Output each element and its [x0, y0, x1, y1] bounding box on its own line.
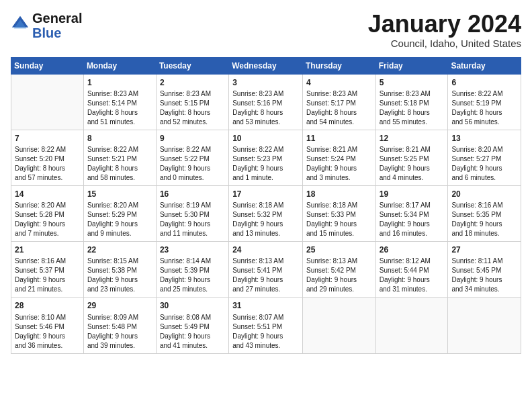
day-number: 24 [232, 244, 299, 255]
day-content: Sunrise: 8:23 AM Sunset: 5:17 PM Dayligh… [306, 89, 372, 127]
calendar-cell [302, 298, 375, 353]
day-number: 15 [87, 189, 152, 199]
logo-icon [11, 15, 30, 34]
col-header-thursday: Thursday [302, 57, 375, 74]
day-number: 19 [380, 189, 445, 199]
calendar-cell [11, 74, 84, 130]
calendar-cell: 9Sunrise: 8:22 AM Sunset: 5:22 PM Daylig… [156, 130, 228, 185]
calendar-cell: 29Sunrise: 8:09 AM Sunset: 5:48 PM Dayli… [83, 298, 156, 353]
day-content: Sunrise: 8:22 AM Sunset: 5:19 PM Dayligh… [451, 89, 517, 127]
calendar-table: SundayMondayTuesdayWednesdayThursdayFrid… [11, 57, 521, 354]
month-title: January 2024 [368, 11, 521, 38]
calendar-cell: 13Sunrise: 8:20 AM Sunset: 5:27 PM Dayli… [448, 130, 521, 185]
calendar-cell: 6Sunrise: 8:22 AM Sunset: 5:19 PM Daylig… [448, 74, 521, 130]
day-number: 6 [451, 77, 517, 88]
calendar-week-1: 1Sunrise: 8:23 AM Sunset: 5:14 PM Daylig… [11, 74, 521, 130]
calendar-cell: 23Sunrise: 8:14 AM Sunset: 5:39 PM Dayli… [156, 242, 228, 298]
day-content: Sunrise: 8:21 AM Sunset: 5:25 PM Dayligh… [380, 145, 445, 183]
logo-text: General Blue [32, 11, 82, 40]
col-header-sunday: Sunday [11, 57, 84, 74]
day-number: 17 [232, 189, 299, 199]
day-number: 26 [380, 244, 445, 255]
day-content: Sunrise: 8:18 AM Sunset: 5:33 PM Dayligh… [306, 201, 372, 238]
day-content: Sunrise: 8:18 AM Sunset: 5:32 PM Dayligh… [232, 201, 299, 238]
day-content: Sunrise: 8:12 AM Sunset: 5:44 PM Dayligh… [380, 257, 445, 294]
calendar-cell: 15Sunrise: 8:20 AM Sunset: 5:29 PM Dayli… [83, 185, 156, 241]
day-number: 27 [451, 244, 517, 255]
day-content: Sunrise: 8:23 AM Sunset: 5:16 PM Dayligh… [232, 89, 299, 127]
logo-blue: Blue [32, 26, 82, 40]
calendar-cell: 5Sunrise: 8:23 AM Sunset: 5:18 PM Daylig… [375, 74, 448, 130]
calendar-cell: 21Sunrise: 8:16 AM Sunset: 5:37 PM Dayli… [11, 242, 84, 298]
calendar-cell: 24Sunrise: 8:13 AM Sunset: 5:41 PM Dayli… [229, 242, 303, 298]
day-number: 12 [380, 133, 445, 144]
calendar-cell: 10Sunrise: 8:22 AM Sunset: 5:23 PM Dayli… [229, 130, 303, 185]
day-number: 29 [87, 300, 152, 311]
day-content: Sunrise: 8:15 AM Sunset: 5:38 PM Dayligh… [87, 257, 152, 294]
calendar-cell: 25Sunrise: 8:13 AM Sunset: 5:42 PM Dayli… [302, 242, 375, 298]
calendar-cell: 1Sunrise: 8:23 AM Sunset: 5:14 PM Daylig… [83, 74, 156, 130]
day-number: 22 [87, 244, 152, 255]
day-content: Sunrise: 8:14 AM Sunset: 5:39 PM Dayligh… [160, 257, 225, 294]
col-header-friday: Friday [375, 57, 448, 74]
day-number: 7 [15, 133, 80, 144]
day-number: 23 [160, 244, 225, 255]
day-content: Sunrise: 8:16 AM Sunset: 5:37 PM Dayligh… [15, 257, 80, 294]
day-content: Sunrise: 8:09 AM Sunset: 5:48 PM Dayligh… [87, 313, 152, 351]
day-content: Sunrise: 8:20 AM Sunset: 5:28 PM Dayligh… [15, 201, 80, 238]
day-number: 25 [306, 244, 372, 255]
day-number: 3 [232, 77, 299, 88]
calendar-cell: 16Sunrise: 8:19 AM Sunset: 5:30 PM Dayli… [156, 185, 228, 241]
location-subtitle: Council, Idaho, United States [368, 38, 521, 49]
day-content: Sunrise: 8:20 AM Sunset: 5:29 PM Dayligh… [87, 201, 152, 238]
day-content: Sunrise: 8:20 AM Sunset: 5:27 PM Dayligh… [451, 145, 517, 183]
calendar-cell: 28Sunrise: 8:10 AM Sunset: 5:46 PM Dayli… [11, 298, 84, 353]
day-number: 11 [306, 133, 372, 144]
calendar-cell: 14Sunrise: 8:20 AM Sunset: 5:28 PM Dayli… [11, 185, 84, 241]
day-content: Sunrise: 8:23 AM Sunset: 5:18 PM Dayligh… [380, 89, 445, 127]
day-number: 13 [451, 133, 517, 144]
calendar-week-3: 14Sunrise: 8:20 AM Sunset: 5:28 PM Dayli… [11, 185, 521, 241]
calendar-cell: 2Sunrise: 8:23 AM Sunset: 5:15 PM Daylig… [156, 74, 228, 130]
day-number: 8 [87, 133, 152, 144]
calendar-header-row: SundayMondayTuesdayWednesdayThursdayFrid… [11, 57, 521, 74]
calendar-cell: 17Sunrise: 8:18 AM Sunset: 5:32 PM Dayli… [229, 185, 303, 241]
logo: General Blue [11, 11, 82, 40]
calendar-cell: 8Sunrise: 8:22 AM Sunset: 5:21 PM Daylig… [83, 130, 156, 185]
day-content: Sunrise: 8:16 AM Sunset: 5:35 PM Dayligh… [451, 201, 517, 238]
col-header-tuesday: Tuesday [156, 57, 228, 74]
day-content: Sunrise: 8:22 AM Sunset: 5:22 PM Dayligh… [160, 145, 225, 183]
day-content: Sunrise: 8:11 AM Sunset: 5:45 PM Dayligh… [451, 257, 517, 294]
calendar-cell: 20Sunrise: 8:16 AM Sunset: 5:35 PM Dayli… [448, 185, 521, 241]
day-number: 10 [232, 133, 299, 144]
day-number: 20 [451, 189, 517, 199]
day-content: Sunrise: 8:13 AM Sunset: 5:42 PM Dayligh… [306, 257, 372, 294]
header: General Blue January 2024 Council, Idaho… [11, 11, 521, 49]
calendar-cell: 4Sunrise: 8:23 AM Sunset: 5:17 PM Daylig… [302, 74, 375, 130]
day-number: 9 [160, 133, 225, 144]
calendar-week-4: 21Sunrise: 8:16 AM Sunset: 5:37 PM Dayli… [11, 242, 521, 298]
calendar-cell: 12Sunrise: 8:21 AM Sunset: 5:25 PM Dayli… [375, 130, 448, 185]
title-block: January 2024 Council, Idaho, United Stat… [368, 11, 521, 49]
day-number: 5 [380, 77, 445, 88]
page-container: General Blue January 2024 Council, Idaho… [0, 0, 532, 361]
calendar-week-5: 28Sunrise: 8:10 AM Sunset: 5:46 PM Dayli… [11, 298, 521, 353]
day-number: 30 [160, 300, 225, 311]
day-content: Sunrise: 8:10 AM Sunset: 5:46 PM Dayligh… [15, 313, 80, 351]
calendar-cell: 7Sunrise: 8:22 AM Sunset: 5:20 PM Daylig… [11, 130, 84, 185]
day-number: 31 [232, 300, 299, 311]
day-content: Sunrise: 8:21 AM Sunset: 5:24 PM Dayligh… [306, 145, 372, 183]
day-content: Sunrise: 8:23 AM Sunset: 5:15 PM Dayligh… [160, 89, 225, 127]
calendar-cell: 11Sunrise: 8:21 AM Sunset: 5:24 PM Dayli… [302, 130, 375, 185]
calendar-cell: 27Sunrise: 8:11 AM Sunset: 5:45 PM Dayli… [448, 242, 521, 298]
day-number: 14 [15, 189, 80, 199]
calendar-cell: 19Sunrise: 8:17 AM Sunset: 5:34 PM Dayli… [375, 185, 448, 241]
day-content: Sunrise: 8:08 AM Sunset: 5:49 PM Dayligh… [160, 313, 225, 351]
day-content: Sunrise: 8:22 AM Sunset: 5:23 PM Dayligh… [232, 145, 299, 183]
calendar-cell: 31Sunrise: 8:07 AM Sunset: 5:51 PM Dayli… [229, 298, 303, 353]
col-header-monday: Monday [83, 57, 156, 74]
day-content: Sunrise: 8:23 AM Sunset: 5:14 PM Dayligh… [87, 89, 152, 127]
day-content: Sunrise: 8:13 AM Sunset: 5:41 PM Dayligh… [232, 257, 299, 294]
day-number: 16 [160, 189, 225, 199]
day-number: 4 [306, 77, 372, 88]
